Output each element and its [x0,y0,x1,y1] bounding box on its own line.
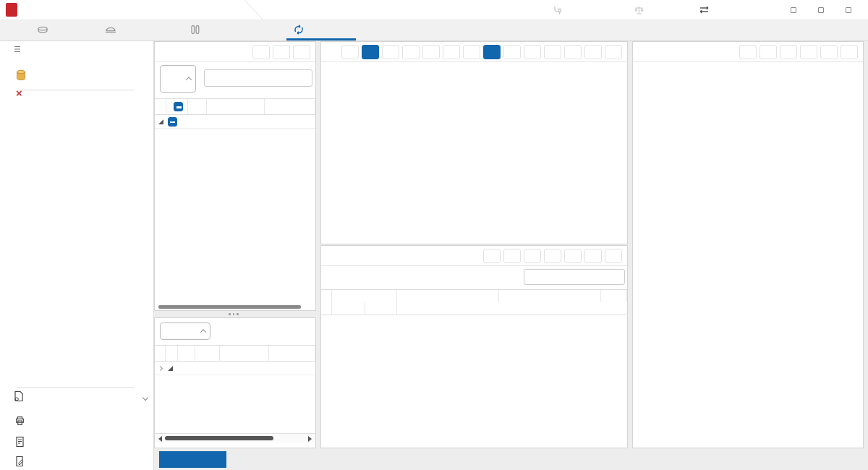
printer-icon [14,416,25,428]
fullscreen-button[interactable] [584,45,602,59]
fullscreen-button[interactable] [820,45,838,59]
sort-button[interactable] [544,249,561,263]
tab-results[interactable] [190,20,214,41]
group-checkbox[interactable] [168,117,177,127]
remove-file-icon[interactable]: × [16,87,22,98]
titlebar-diagonal [243,0,265,20]
method-sieve-icon [36,24,49,38]
sidebar-divider-top [17,90,135,90]
size-distribution-chart [321,62,627,244]
results-columns-icon [190,24,201,38]
tab-measurement[interactable] [104,20,122,41]
export-button[interactable] [483,249,501,263]
horizontal-scrollbar[interactable] [155,433,315,443]
easysieve-window: × [0,0,868,470]
active-tab-underline [286,38,356,40]
open-data-source-button[interactable] [14,69,35,84]
edit-document-icon [14,456,25,469]
settings-gear-button[interactable] [564,249,582,263]
close-button[interactable] [293,45,310,59]
report-preview-button[interactable] [14,436,33,450]
data-source-group-row[interactable] [155,115,315,129]
chart-panel [320,41,628,244]
column-chooser-button[interactable] [524,249,541,263]
chevron-up-icon [200,329,206,335]
select-all-checkbox[interactable] [174,102,183,111]
minimize-button[interactable] [791,7,796,13]
main-tab-bar [0,20,868,41]
tree-expanded-icon[interactable] [158,119,163,124]
title-bar [0,0,868,20]
sidebar: × [0,41,154,470]
copy-to-clipboard-button[interactable] [780,45,797,59]
measurement-sieve-icon [104,24,117,38]
copy-to-clipboard-button[interactable] [544,45,561,59]
window-close-button[interactable] [846,7,851,13]
panel-splitter[interactable] [229,313,239,315]
edit-report-button[interactable] [14,456,33,469]
data-source-header [155,345,315,362]
tree-expanded-icon[interactable] [168,366,173,371]
chevron-down-icon [142,394,148,400]
options-button[interactable] [699,5,713,17]
maximize-button[interactable] [818,7,824,13]
print-button[interactable] [760,45,777,59]
group-by-dropdown[interactable] [160,65,196,93]
table-group-header [321,289,627,302]
data-source-group-row[interactable] [155,362,315,375]
retained-curve-button[interactable] [443,45,460,59]
search-input[interactable] [204,69,312,87]
table-sub-header [321,302,627,315]
log-lin-scale-button[interactable] [362,45,379,59]
layout-grid-button[interactable] [503,45,521,59]
comparison-arrows-icon [292,24,305,38]
data-file-item[interactable]: × [16,87,30,98]
database-icon [14,69,27,84]
options-sliders-icon [699,5,710,17]
print-button[interactable] [524,45,541,59]
log-log-scale-button[interactable] [382,45,399,59]
close-button[interactable] [841,45,858,59]
copy-button[interactable] [503,249,521,263]
sidebar-divider-bottom [17,387,135,388]
table-panel [320,245,628,448]
sidebar-collapse-button[interactable] [13,45,22,56]
retsch-logo [6,3,17,17]
balance-scale-icon [634,5,644,17]
settings-gear-button[interactable] [564,45,582,59]
fullscreen-button[interactable] [584,249,602,263]
lin-lin-scale-button[interactable] [341,45,359,59]
cumulative-curve-button[interactable] [422,45,440,59]
report-xml-icon [13,390,25,404]
close-button[interactable] [605,45,622,59]
layout-grid-button[interactable] [739,45,757,59]
data-source-panel [154,317,316,448]
fullscreen-button[interactable] [273,45,290,59]
horizontal-scrollbar-thumb[interactable] [158,305,301,309]
data-source-dropdown[interactable] [160,322,210,340]
settings-gear-button[interactable] [800,45,817,59]
close-button[interactable] [605,249,622,263]
table-search-input[interactable] [524,269,625,285]
row-indicator-icon [157,365,162,370]
report-file-dropdown[interactable] [13,390,148,404]
print-report-button[interactable] [14,416,33,428]
tab-method[interactable] [36,20,54,41]
balance-status [634,5,648,17]
histogram-button[interactable] [483,45,501,59]
trend-chart [633,75,863,448]
hamburger-icon [13,45,22,56]
scroll-right-icon[interactable] [308,436,312,442]
document-preview-icon [14,436,25,450]
scroll-left-icon[interactable] [158,436,162,442]
device-status [551,5,566,17]
density-curve-button[interactable] [463,45,480,59]
gridline-style-button[interactable] [402,45,420,59]
overview-button[interactable] [159,451,226,468]
trend-panel [632,41,864,448]
layout-grid-button[interactable] [252,45,270,59]
device-cable-icon [551,5,563,17]
available-results-header [155,98,315,115]
scrollbar-thumb[interactable] [165,436,273,440]
chevron-up-icon [186,77,192,82]
